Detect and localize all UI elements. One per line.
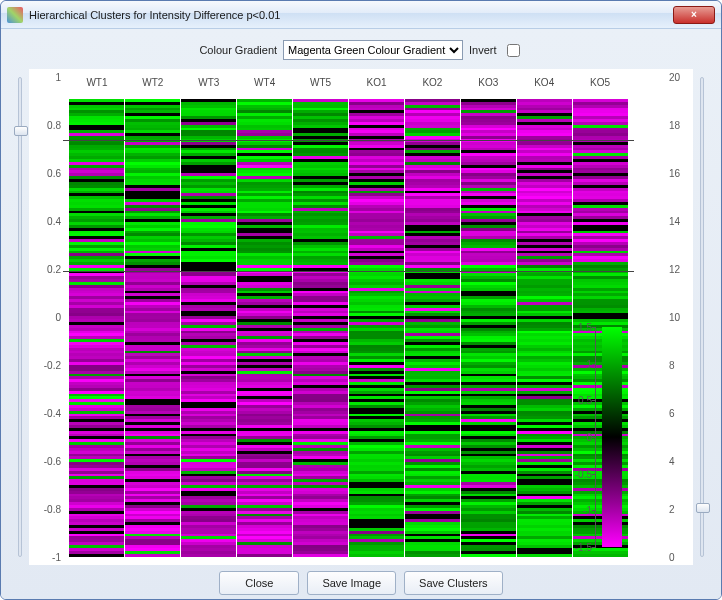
save-image-button[interactable]: Save Image (307, 571, 396, 595)
column-header: WT1 (69, 77, 125, 95)
legend-tick: 1.5 (578, 322, 592, 333)
column-header: KO2 (404, 77, 460, 95)
right-slider-track (700, 77, 704, 557)
axis-tick: -0.6 (44, 456, 61, 467)
legend-tick: -1.5 (575, 542, 592, 553)
axis-tick: 0.8 (47, 120, 61, 131)
legend-tick: 0.5 (578, 395, 592, 406)
axis-tick: 0.2 (47, 264, 61, 275)
heatmap-column (405, 99, 460, 557)
column-header: WT3 (181, 77, 237, 95)
gradient-select[interactable]: Magenta Green Colour Gradient (283, 40, 463, 60)
axis-tick: 0.4 (47, 216, 61, 227)
axis-tick: 12 (669, 264, 680, 275)
axis-tick: 8 (669, 360, 675, 371)
axis-tick: -0.2 (44, 360, 61, 371)
column-headers: WT1WT2WT3WT4WT5KO1KO2KO3KO4KO5 (69, 77, 628, 95)
chart-area: 10.80.60.40.20-0.2-0.4-0.6-0.8-1 WT1WT2W… (29, 69, 693, 565)
right-slider[interactable] (693, 69, 711, 565)
heatmap-column (461, 99, 516, 557)
gradient-label: Colour Gradient (199, 44, 277, 56)
axis-tick: -1 (52, 552, 61, 563)
cluster-divider (63, 140, 634, 141)
axis-tick: 0.6 (47, 168, 61, 179)
axis-tick: 16 (669, 168, 680, 179)
titlebar: Hierarchical Clusters for Intensity Diff… (1, 1, 721, 29)
column-header: KO1 (349, 77, 405, 95)
plot-row: 10.80.60.40.20-0.2-0.4-0.6-0.8-1 WT1WT2W… (11, 69, 711, 565)
legend-tick: -1 (583, 505, 592, 516)
axis-tick: 4 (669, 456, 675, 467)
column-header: WT5 (293, 77, 349, 95)
column-header: WT2 (125, 77, 181, 95)
axis-tick: 0 (55, 312, 61, 323)
invert-label: Invert (469, 44, 497, 56)
cluster-divider (63, 271, 634, 272)
column-header: WT4 (237, 77, 293, 95)
axis-tick: 2 (669, 504, 675, 515)
heatmap-column (69, 99, 124, 557)
window-title: Hierarchical Clusters for Intensity Diff… (29, 9, 673, 21)
axis-tick: 20 (669, 72, 680, 83)
close-button[interactable]: Close (219, 571, 299, 595)
axis-tick: -0.8 (44, 504, 61, 515)
heatmap-grid (69, 99, 628, 557)
axis-tick: -0.4 (44, 408, 61, 419)
heatmap-column (517, 99, 572, 557)
heatmap-column (125, 99, 180, 557)
y-axis-right: 20181614121086420 (663, 77, 693, 557)
heatmap-column (349, 99, 404, 557)
heatmap-column (237, 99, 292, 557)
close-icon: × (691, 9, 697, 20)
heatmap-column (181, 99, 236, 557)
axis-tick: 1 (55, 72, 61, 83)
axis-tick: 6 (669, 408, 675, 419)
column-header: KO3 (460, 77, 516, 95)
right-slider-thumb[interactable] (696, 503, 710, 513)
close-window-button[interactable]: × (673, 6, 715, 24)
colour-legend (602, 327, 622, 547)
left-slider-thumb[interactable] (14, 126, 28, 136)
left-slider-track (18, 77, 22, 557)
axis-tick: 14 (669, 216, 680, 227)
axis-tick: 0 (669, 552, 675, 563)
heatmap-column (293, 99, 348, 557)
window-content: Colour Gradient Magenta Green Colour Gra… (1, 29, 721, 600)
button-row: Close Save Image Save Clusters (11, 565, 711, 595)
invert-checkbox[interactable] (507, 44, 520, 57)
column-header: KO4 (516, 77, 572, 95)
axis-tick: 10 (669, 312, 680, 323)
legend-axis: 1.510.50-0.5-1-1.5 (595, 327, 596, 547)
legend-tick: -0.5 (575, 468, 592, 479)
column-header: KO5 (572, 77, 628, 95)
app-icon (7, 7, 23, 23)
y-axis-left: 10.80.60.40.20-0.2-0.4-0.6-0.8-1 (29, 77, 67, 557)
toolbar: Colour Gradient Magenta Green Colour Gra… (11, 37, 711, 63)
axis-tick: 18 (669, 120, 680, 131)
left-slider[interactable] (11, 69, 29, 565)
heatmap-plot: WT1WT2WT3WT4WT5KO1KO2KO3KO4KO5 1.510.50-… (69, 77, 628, 557)
save-clusters-button[interactable]: Save Clusters (404, 571, 502, 595)
